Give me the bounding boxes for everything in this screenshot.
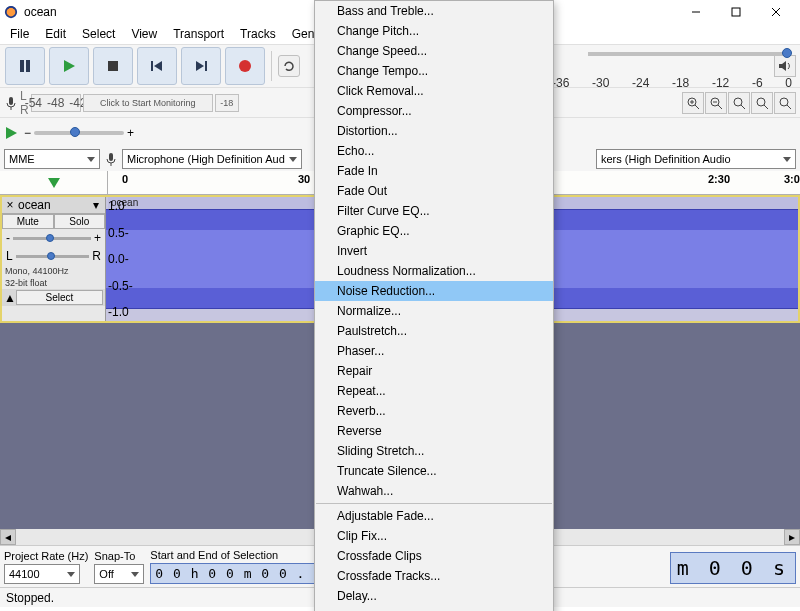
menu-select[interactable]: Select [74, 24, 123, 44]
snap-combo[interactable]: Off [94, 564, 144, 584]
menu-file[interactable]: File [2, 24, 37, 44]
track-control-panel: × ocean ▾ Mute Solo - + L R Mono, 44100H… [2, 197, 106, 321]
play-small-icon [4, 126, 18, 140]
effect-item[interactable]: Bass and Treble... [315, 1, 553, 21]
svg-rect-15 [9, 97, 13, 105]
collapse-button[interactable]: ▲ [4, 291, 16, 305]
effect-item[interactable]: Truncate Silence... [315, 461, 553, 481]
scroll-left-button[interactable]: ◂ [0, 529, 16, 545]
track-format-rate: Mono, 44100Hz [2, 265, 105, 277]
svg-line-17 [695, 105, 699, 109]
loop-button[interactable] [278, 55, 300, 77]
amplitude-label: 0.5- [108, 226, 128, 240]
svg-point-23 [734, 98, 742, 106]
effect-item[interactable]: Clip Fix... [315, 526, 553, 546]
effect-item[interactable]: Repeat... [315, 381, 553, 401]
effect-item[interactable]: Fade In [315, 161, 553, 181]
svg-line-26 [764, 105, 768, 109]
menu-edit[interactable]: Edit [37, 24, 74, 44]
close-button[interactable] [756, 0, 796, 24]
track-close-button[interactable]: × [4, 198, 16, 212]
effect-item[interactable]: Echo... [315, 141, 553, 161]
effect-item[interactable]: Normalize... [315, 301, 553, 321]
mute-button[interactable]: Mute [2, 214, 54, 229]
svg-rect-5 [20, 60, 24, 72]
ruler-tick: 30 [298, 173, 310, 185]
effect-item[interactable]: Repair [315, 361, 553, 381]
menu-separator [316, 503, 552, 504]
solo-button[interactable]: Solo [54, 214, 106, 229]
effect-item[interactable]: High-Pass Filter... [315, 606, 553, 611]
track-menu-button[interactable]: ▾ [89, 198, 103, 212]
effect-item[interactable]: Fade Out [315, 181, 553, 201]
audio-host-combo[interactable]: MME [4, 149, 100, 169]
svg-rect-12 [205, 61, 207, 71]
maximize-button[interactable] [716, 0, 756, 24]
skip-end-button[interactable] [181, 47, 221, 85]
meter-tick: 0 [785, 76, 792, 96]
effect-item[interactable]: Compressor... [315, 101, 553, 121]
effect-item[interactable]: Filter Curve EQ... [315, 201, 553, 221]
effect-item[interactable]: Change Speed... [315, 41, 553, 61]
ruler-head[interactable] [0, 171, 108, 194]
stop-button[interactable] [93, 47, 133, 85]
svg-point-25 [757, 98, 765, 106]
effect-menu-dropdown: Bass and Treble...Change Pitch...Change … [314, 0, 554, 611]
gain-slider[interactable] [13, 237, 91, 240]
effect-item[interactable]: Wahwah... [315, 481, 553, 501]
amplitude-label: 0.0- [108, 252, 128, 266]
ruler-tick: 2:30 [708, 173, 730, 185]
menu-view[interactable]: View [123, 24, 165, 44]
effect-item[interactable]: Noise Reduction... [315, 281, 553, 301]
effect-item[interactable]: Invert [315, 241, 553, 261]
effect-item[interactable]: Reverse [315, 421, 553, 441]
effect-item[interactable]: Phaser... [315, 341, 553, 361]
effect-item[interactable]: Change Tempo... [315, 61, 553, 81]
pan-r: R [92, 249, 101, 263]
effect-item[interactable]: Crossfade Tracks... [315, 566, 553, 586]
pan-slider[interactable] [16, 255, 90, 258]
pan-l: L [6, 249, 13, 263]
svg-point-27 [780, 98, 788, 106]
vol-plus-icon: + [127, 126, 134, 140]
track-select-button[interactable]: Select [16, 290, 103, 305]
track-name: ocean [16, 198, 89, 212]
track-format-depth: 32-bit float [2, 277, 105, 289]
rec-meter-left[interactable]: -54 -48 -42 [31, 94, 81, 112]
pause-button[interactable] [5, 47, 45, 85]
svg-marker-14 [779, 61, 786, 71]
effect-item[interactable]: Loudness Normalization... [315, 261, 553, 281]
rec-meter-hint[interactable]: Click to Start Monitoring [83, 94, 213, 112]
effect-item[interactable]: Delay... [315, 586, 553, 606]
play-meter-ticks: -36-30-24-18-12-60 [552, 76, 792, 96]
effect-item[interactable]: Sliding Stretch... [315, 441, 553, 461]
effect-item[interactable]: Crossfade Clips [315, 546, 553, 566]
output-device-combo[interactable]: kers (High Definition Audio [596, 149, 796, 169]
menu-transport[interactable]: Transport [165, 24, 232, 44]
effect-item[interactable]: Change Pitch... [315, 21, 553, 41]
minimize-button[interactable] [676, 0, 716, 24]
playback-volume-slider[interactable] [34, 131, 124, 135]
playback-speed-slider[interactable] [588, 52, 788, 56]
amplitude-label: -0.5- [108, 279, 128, 293]
effect-item[interactable]: Distortion... [315, 121, 553, 141]
input-device-combo[interactable]: Microphone (High Definition Aud [122, 149, 302, 169]
svg-marker-29 [6, 127, 17, 139]
effect-item[interactable]: Paulstretch... [315, 321, 553, 341]
skip-start-button[interactable] [137, 47, 177, 85]
effect-item[interactable]: Graphic EQ... [315, 221, 553, 241]
record-button[interactable] [225, 47, 265, 85]
effect-item[interactable]: Adjustable Fade... [315, 506, 553, 526]
rec-meter-right[interactable]: -18 [215, 94, 239, 112]
project-rate-combo[interactable]: 44100 [4, 564, 80, 584]
mic-icon [4, 96, 18, 110]
svg-line-21 [718, 105, 722, 109]
effect-item[interactable]: Reverb... [315, 401, 553, 421]
mic-icon [104, 152, 118, 166]
menu-tracks[interactable]: Tracks [232, 24, 284, 44]
scroll-right-button[interactable]: ▸ [784, 529, 800, 545]
play-button[interactable] [49, 47, 89, 85]
app-logo-icon [4, 5, 18, 19]
effect-item[interactable]: Click Removal... [315, 81, 553, 101]
audio-position-field[interactable]: m 0 0 s [670, 552, 796, 584]
